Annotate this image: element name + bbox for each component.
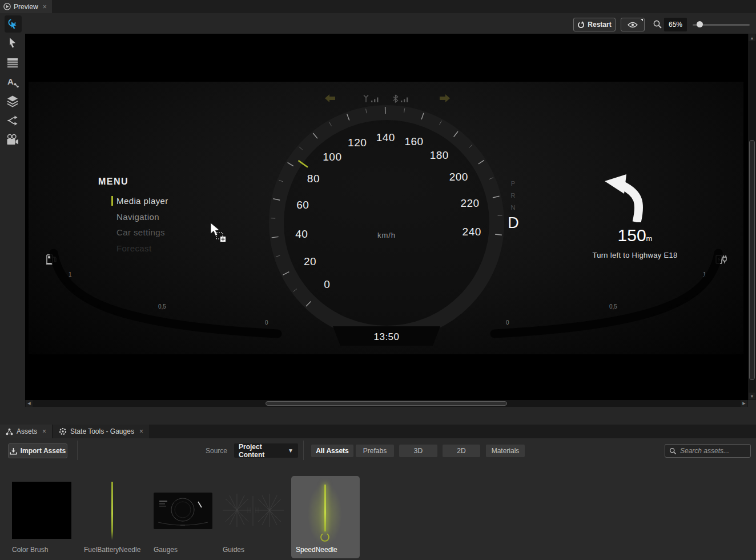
- asset-thumbnail-speedneedle-selected[interactable]: SpeedNeedle: [291, 476, 360, 558]
- close-icon[interactable]: ×: [43, 3, 47, 10]
- close-icon[interactable]: ×: [139, 428, 143, 435]
- scroll-down-icon[interactable]: ▼: [749, 393, 755, 399]
- zoom-slider-knob[interactable]: [697, 21, 703, 27]
- asset-thumbnail-gauges[interactable]: [154, 493, 212, 529]
- restart-icon: [577, 21, 585, 29]
- side-gauge-arcs: [29, 82, 743, 354]
- asset-thumbnail-guides[interactable]: [223, 490, 284, 531]
- source-label: Source: [206, 447, 227, 455]
- asset-label: FuelBatteryNeedle: [84, 546, 140, 554]
- tab-state-tools-label: State Tools - Gauges: [70, 427, 134, 435]
- scroll-up-icon[interactable]: ▲: [749, 34, 755, 41]
- vertical-scrollbar-thumb[interactable]: [749, 140, 755, 380]
- import-download-icon: [10, 447, 17, 455]
- search-assets-box[interactable]: [665, 444, 751, 458]
- asset-thumbnail-color-brush[interactable]: [12, 482, 71, 539]
- connections-tool-icon[interactable]: [6, 114, 19, 127]
- bottom-dock: Assets × State Tools - Gauges × Import: [0, 407, 756, 560]
- source-dropdown-value: Project Content: [239, 443, 288, 459]
- pointer-tool-icon[interactable]: [6, 36, 19, 50]
- tab-assets[interactable]: Assets ×: [0, 425, 52, 438]
- tab-preview[interactable]: Preview ×: [0, 0, 52, 13]
- state-tools-icon: [59, 427, 67, 435]
- interact-tool-button[interactable]: [5, 15, 22, 33]
- layers-tool-icon[interactable]: [6, 94, 19, 108]
- close-icon[interactable]: ×: [42, 428, 46, 435]
- search-assets-input[interactable]: [680, 447, 746, 455]
- left-tool-column: A: [0, 34, 25, 420]
- eye-icon: [628, 22, 638, 28]
- assets-icon: [6, 428, 13, 435]
- filter-2d[interactable]: 2D: [443, 445, 480, 457]
- dock-tab-bar: Assets × State Tools - Gauges ×: [0, 425, 756, 438]
- toolbar-separator: [77, 441, 78, 460]
- horizontal-scrollbar-thumb[interactable]: [266, 401, 507, 406]
- import-assets-button[interactable]: Import Assets: [8, 443, 67, 458]
- needle-graphic: [324, 485, 326, 531]
- asset-thumbnail-fuelbatteryneedle[interactable]: [111, 482, 113, 540]
- scroll-right-icon[interactable]: ▶: [741, 400, 747, 407]
- preview-toolbar: Restart 65%: [0, 13, 756, 34]
- table-tool-icon[interactable]: [6, 55, 19, 69]
- search-icon: [669, 447, 677, 455]
- filter-all-assets[interactable]: All Assets: [311, 445, 353, 457]
- restart-button[interactable]: Restart: [573, 18, 616, 31]
- zoom-percentage-field[interactable]: 65%: [664, 18, 687, 31]
- filter-prefabs[interactable]: Prefabs: [356, 445, 394, 457]
- scroll-left-icon[interactable]: ◀: [26, 400, 33, 407]
- asset-label: Guides: [223, 546, 244, 554]
- asset-label: Gauges: [154, 546, 178, 554]
- horizontal-scrollbar[interactable]: ◀ ▶: [25, 400, 748, 407]
- restart-label: Restart: [588, 21, 611, 29]
- chevron-down-icon: ▼: [288, 447, 293, 454]
- camera-tool-icon[interactable]: [6, 133, 19, 147]
- text-binding-tool-icon[interactable]: A: [6, 75, 19, 89]
- play-icon: [3, 3, 11, 10]
- preview-canvas[interactable]: MENU Media player Navigation Car setting…: [25, 34, 748, 400]
- source-dropdown[interactable]: Project Content ▼: [234, 443, 298, 458]
- svg-text:A: A: [7, 77, 14, 86]
- application-window: Preview × Restart: [0, 0, 756, 560]
- cluster-clock: 13:50: [358, 331, 415, 343]
- import-assets-label: Import Assets: [21, 447, 66, 455]
- toolbar-separator: [303, 441, 304, 460]
- filter-3d[interactable]: 3D: [399, 445, 437, 457]
- tab-assets-label: Assets: [17, 427, 37, 435]
- interact-cursor-icon: [7, 18, 19, 30]
- filter-materials[interactable]: Materials: [486, 445, 525, 457]
- asset-label: Color Brush: [12, 546, 48, 554]
- magnifier-icon: [653, 19, 662, 29]
- tab-state-tools-gauges[interactable]: State Tools - Gauges ×: [53, 425, 149, 438]
- needle-hub-icon: [320, 532, 330, 542]
- asset-label: SpeedNeedle: [296, 546, 337, 554]
- vertical-scrollbar[interactable]: ▲ ▼: [748, 34, 756, 400]
- assets-panel-body: Import Assets Source Project Content ▼ A…: [0, 438, 756, 560]
- tab-preview-label: Preview: [14, 3, 38, 11]
- drag-drop-cursor-icon: [210, 223, 227, 242]
- flyout-corner-mark: [639, 19, 643, 23]
- visibility-button[interactable]: [621, 18, 645, 31]
- instrument-cluster: MENU Media player Navigation Car setting…: [29, 82, 743, 354]
- top-tab-bar: Preview ×: [0, 0, 756, 13]
